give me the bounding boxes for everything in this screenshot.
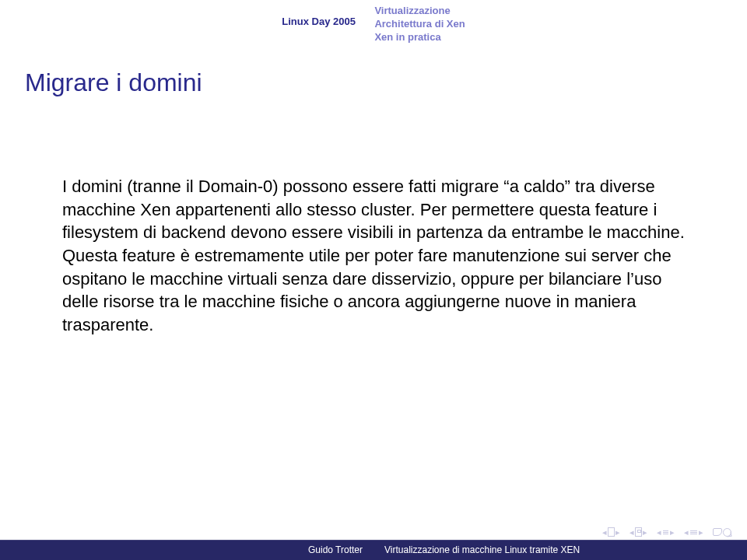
nav-frame-group: ◂ ▸	[630, 527, 647, 537]
nav-frame-icon[interactable]	[635, 527, 642, 537]
header-section-1[interactable]: Virtualizzazione	[374, 5, 465, 18]
nav-prev-slide-icon[interactable]: ◂	[602, 528, 607, 537]
nav-slide-group: ◂ ▸	[602, 527, 620, 537]
nav-controls: ◂ ▸ ◂ ▸ ◂ ▸ ◂ ▸	[602, 527, 731, 537]
nav-prev-frame-icon[interactable]: ◂	[630, 528, 634, 537]
nav-next-frame-icon[interactable]: ▸	[643, 528, 647, 537]
nav-prev-section-icon[interactable]: ◂	[657, 528, 661, 537]
nav-next-section-icon[interactable]: ▸	[670, 528, 675, 537]
nav-back-icon[interactable]	[713, 528, 722, 536]
footer-title: Virtualizzazione di macchine Linux trami…	[374, 544, 747, 555]
header-section-2[interactable]: Architettura di Xen	[374, 18, 465, 31]
nav-section-group: ◂ ▸	[657, 528, 675, 537]
footer: Guido Trotter Virtualizzazione di macchi…	[0, 540, 747, 560]
slide: { "header": { "left": "Linux Day 2005", …	[0, 0, 747, 560]
nav-section-icon[interactable]	[663, 530, 668, 534]
nav-slide-icon[interactable]	[608, 527, 615, 537]
nav-search-icon[interactable]	[723, 528, 731, 537]
nav-subsection-group: ◂ ▸	[684, 528, 703, 537]
nav-subsection-icon[interactable]	[690, 530, 697, 534]
slide-title: Migrare i domini	[25, 68, 202, 97]
header-sections: Virtualizzazione Architettura di Xen Xen…	[374, 5, 465, 44]
footer-author: Guido Trotter	[0, 544, 374, 555]
nav-next-slide-icon[interactable]: ▸	[615, 528, 620, 537]
body-text: I domini (tranne il Domain-0) possono es…	[62, 175, 685, 337]
header: Linux Day 2005 Virtualizzazione Architet…	[0, 5, 747, 44]
nav-back-group	[713, 528, 731, 537]
nav-next-sub-icon[interactable]: ▸	[699, 528, 703, 537]
header-event: Linux Day 2005	[282, 5, 356, 27]
header-section-3[interactable]: Xen in pratica	[374, 31, 465, 44]
nav-prev-sub-icon[interactable]: ◂	[684, 528, 689, 537]
